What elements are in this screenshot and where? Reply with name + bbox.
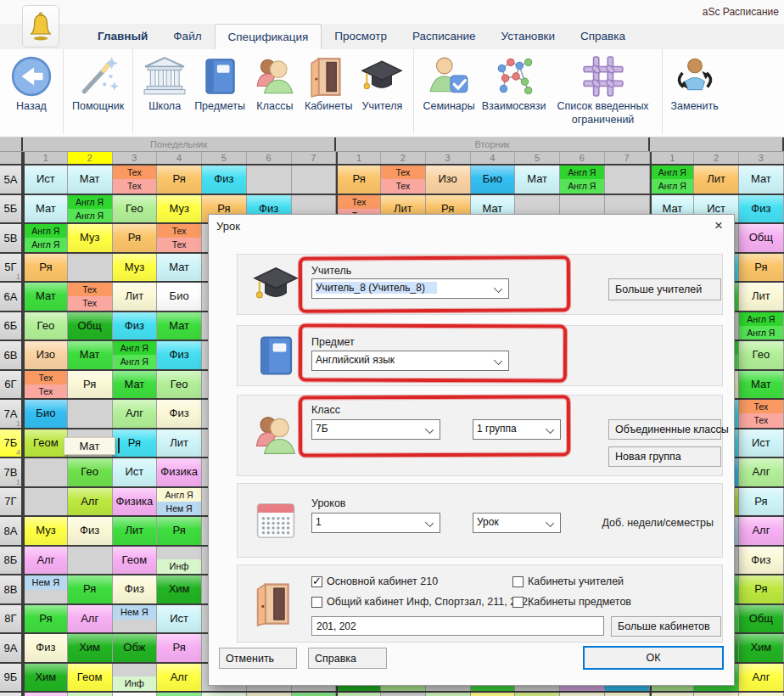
joined-classes-button[interactable]: Объединенные классы [608,419,721,440]
timetable-cell[interactable] [23,693,68,696]
timetable-cell[interactable] [471,693,516,696]
timetable-cell[interactable] [68,400,113,428]
timetable-cell[interactable]: Англ ЯАнгл Я [650,166,695,194]
timetable-cell[interactable]: Ря [157,517,202,545]
timetable-cell[interactable]: Инф [157,547,202,575]
menu-tab-3[interactable]: Просмотр [322,24,400,49]
class-row-label[interactable]: 7В1 [0,458,23,486]
class-row-label[interactable]: 5А [0,166,23,194]
period-header-5[interactable]: 5 [515,152,560,164]
shared-room-checkbox[interactable]: Общий кабинет Инф, Спортзал, 211, 212, [311,596,530,608]
timetable-cell[interactable]: Алг [68,488,113,516]
period-header-7[interactable]: 7 [292,152,337,164]
menu-tab-5[interactable]: Установки [488,24,568,49]
checkbox-checked-icon[interactable] [311,576,322,587]
timetable-cell[interactable]: Муз [157,195,202,223]
period-header-3[interactable]: 3 [426,152,471,164]
period-header-1[interactable]: 1 [336,152,381,164]
menu-tab-1[interactable]: Файл [160,24,214,49]
timetable-cell[interactable]: Физика [157,458,202,486]
timetable-cell[interactable] [560,693,605,696]
timetable-cell[interactable] [336,693,381,696]
menu-tab-4[interactable]: Расписание [400,24,488,49]
close-icon[interactable]: × [708,216,729,235]
timetable-cell[interactable]: Био [23,400,68,428]
timetable-cell[interactable] [292,693,337,696]
timetable-cell[interactable]: Ря [336,166,381,194]
class-row-label[interactable]: 9Б [0,664,23,692]
timetable-cell[interactable]: Ря [739,575,784,603]
toolbar-teachers-button[interactable]: Учителя [356,51,408,115]
period-header-2[interactable]: 2 [381,152,426,164]
period-header-2[interactable]: 2 [68,152,113,164]
timetable-cell[interactable]: Изо [426,166,471,194]
timetable-cell[interactable]: Алг [739,517,784,545]
timetable-cell[interactable] [157,693,202,696]
timetable-cell[interactable]: Лит [694,166,739,194]
timetable-cell[interactable]: Нем Я [23,575,68,603]
timetable-cell[interactable]: Ист [157,605,202,633]
timetable-cell[interactable] [68,254,113,282]
timetable-cell[interactable]: Мат [68,341,113,369]
period-header-3[interactable]: 3 [739,152,784,164]
lessons-count-select[interactable]: 1 [311,513,440,533]
toolbar-rooms-button[interactable]: Кабинеты [301,51,356,115]
toolbar-wizard-button[interactable]: Помощник [69,51,127,115]
help-button[interactable]: Справка [308,648,387,669]
timetable-cell[interactable]: Физ [157,341,202,369]
timetable-cell[interactable]: Лит [157,429,202,457]
class-row-label[interactable]: 5Б [0,195,23,223]
timetable-cell[interactable]: Физ [739,547,784,575]
class-row-label[interactable]: 8А [0,517,23,545]
timetable-cell[interactable]: Англ ЯАнгл Я [23,224,68,252]
timetable-cell[interactable] [650,693,695,696]
timetable-cell[interactable]: Нем Я [113,605,158,633]
toolbar-classes-button[interactable]: Классы [249,51,301,115]
timetable-cell[interactable]: Лит [739,283,784,311]
period-header-4[interactable]: 4 [157,152,202,164]
class-row-label[interactable]: 6А [0,283,23,311]
timetable-cell[interactable] [515,693,560,696]
subject-rooms-checkbox[interactable]: Кабинеты предметов [512,596,631,608]
new-group-button[interactable]: Новая группа [608,446,721,467]
menu-tab-2[interactable]: Спецификация [215,24,322,49]
timetable-cell[interactable]: Физ [739,195,784,223]
class-row-label[interactable]: 5Г1 [0,254,23,282]
timetable-cell[interactable]: Мат [739,166,784,194]
rooms-input[interactable]: 201, 202 [311,616,604,636]
timetable-cell[interactable]: Физика [113,488,158,516]
menu-tab-6[interactable]: Справка [568,24,638,49]
class-row-label[interactable]: 8В [0,575,23,603]
timetable-cell[interactable] [426,693,471,696]
timetable-cell[interactable] [23,488,68,516]
timetable-cell[interactable]: Общ [739,224,784,252]
timetable-cell[interactable]: Мат [23,283,68,311]
timetable-cell[interactable]: Хим [157,575,202,603]
dragged-lesson-card[interactable]: Мат [64,437,115,455]
menu-tab-0[interactable]: Главный [85,24,160,49]
more-teachers-button[interactable]: Больше учителей [608,278,721,300]
checkbox-icon[interactable] [311,597,322,608]
timetable-cell[interactable]: Лит [113,517,158,545]
checkbox-icon[interactable] [512,576,524,587]
timetable-cell[interactable]: Мат [113,371,158,399]
timetable-cell[interactable]: Гео [68,458,113,486]
lesson-type-select[interactable]: Урок [473,513,561,533]
timetable-cell[interactable]: ТехТех [739,400,784,428]
timetable-cell[interactable]: Мат [739,371,784,399]
timetable-cell[interactable]: Био [471,166,516,194]
timetable-cell[interactable]: Общ [739,605,784,633]
period-header-6[interactable]: 6 [247,152,292,164]
timetable-cell[interactable]: Физ [113,312,158,340]
timetable-cell[interactable]: Физ [68,517,113,545]
timetable-cell[interactable]: Физ [157,400,202,428]
timetable-cell[interactable]: Ря [113,224,158,252]
app-logo-bell-icon[interactable] [22,5,59,48]
class-row-label[interactable]: 5В [0,224,23,252]
timetable-cell[interactable] [68,693,113,696]
ok-button[interactable]: ОК [583,646,724,670]
timetable-cell[interactable]: Муз [23,517,68,545]
timetable-cell[interactable]: Мат [68,166,113,194]
class-row-label[interactable]: 6Б [0,312,23,340]
timetable-cell[interactable]: Мат [23,195,68,223]
